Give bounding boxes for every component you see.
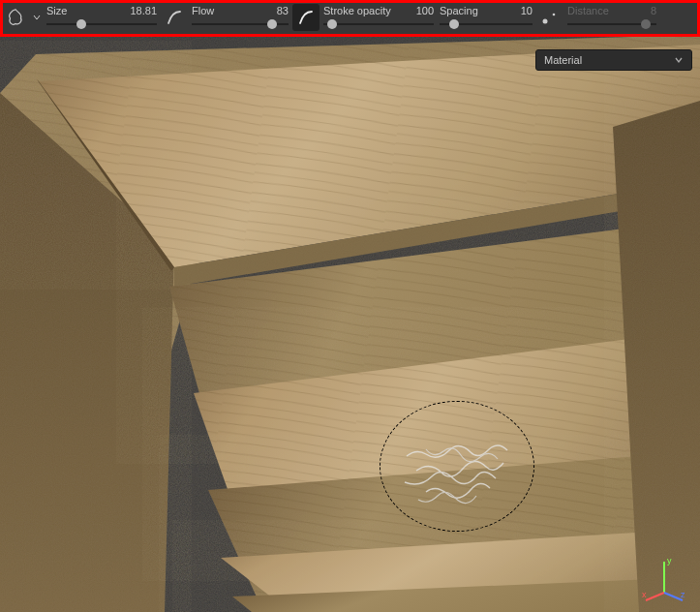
stroke-opacity-track[interactable] xyxy=(323,17,434,31)
spacing-value: 10 xyxy=(521,5,533,16)
distance-value: 8 xyxy=(651,5,656,16)
shading-mode-value: Material xyxy=(544,54,582,66)
dots-icon[interactable] xyxy=(536,4,563,31)
svg-point-1 xyxy=(553,14,556,16)
chevron-down-icon xyxy=(674,55,684,65)
spacing-slider[interactable]: Spacing 10 xyxy=(438,4,534,31)
spacing-label: Spacing xyxy=(440,5,478,16)
size-track[interactable] xyxy=(46,17,157,31)
brush-shape-icon[interactable] xyxy=(2,4,29,31)
svg-line-22 xyxy=(646,593,664,600)
size-value: 18.81 xyxy=(130,5,157,16)
shading-mode-dropdown[interactable]: Material xyxy=(535,49,692,71)
axis-gizmo[interactable]: y x z xyxy=(640,554,688,602)
stroke-opacity-slider[interactable]: Stroke opacity 100 xyxy=(321,4,436,31)
flow-track[interactable] xyxy=(192,17,289,31)
svg-point-0 xyxy=(543,19,548,24)
scene-render xyxy=(0,35,700,612)
size-slider[interactable]: Size 18.81 xyxy=(45,4,159,31)
flow-slider[interactable]: Flow 83 xyxy=(190,4,290,31)
axis-x-label: x xyxy=(642,590,647,599)
axis-y-label: y xyxy=(667,556,672,566)
paint-toolbar: Size 18.81 Flow 83 Stroke opacity 100 xyxy=(0,0,700,35)
distance-slider: Distance 8 xyxy=(565,4,658,31)
size-label: Size xyxy=(46,5,67,16)
pressure-size-icon[interactable] xyxy=(161,4,188,31)
flow-value: 83 xyxy=(277,5,289,16)
viewport-3d[interactable]: Material y x z xyxy=(0,35,700,612)
stroke-opacity-value: 100 xyxy=(416,5,434,16)
axis-z-label: z xyxy=(681,590,685,599)
distance-track xyxy=(567,17,656,31)
spacing-track[interactable] xyxy=(440,17,533,31)
brush-dropdown-arrow-icon[interactable] xyxy=(31,4,43,31)
pressure-flow-icon[interactable] xyxy=(292,4,320,31)
flow-label: Flow xyxy=(192,5,214,16)
stroke-opacity-label: Stroke opacity xyxy=(323,5,391,16)
distance-label: Distance xyxy=(567,5,609,16)
